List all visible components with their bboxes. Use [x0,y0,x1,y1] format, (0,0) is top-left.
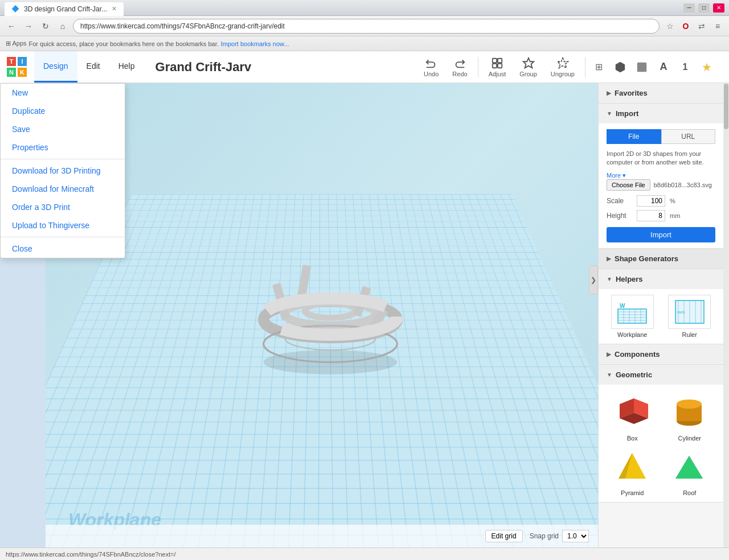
import-section-header[interactable]: ▼ Import [599,104,723,123]
import-button[interactable]: Import [607,227,715,242]
3d-object-container [239,223,421,405]
group-button[interactable]: Group [514,55,543,80]
group-icon [522,57,535,69]
menu-icon[interactable]: ≡ [711,19,724,33]
nav-menu: Design Edit Help [34,51,144,83]
ruler-helper[interactable]: mm Ruler [664,295,716,338]
pyramid-shape-img [611,447,654,487]
import-title: Import [616,109,638,118]
apps-link[interactable]: ⊞ Apps [6,40,27,47]
box-shape-label: Box [627,435,638,442]
bookmarks-text: For quick access, place your bookmarks h… [29,40,219,47]
shape-generators-section: ▶ Shape Generators [599,249,723,269]
import-arrow-icon: ▼ [607,110,612,117]
dropdown-download-3d[interactable]: Download for 3D Printing [1,162,125,180]
app-area: T I N K Design Edit Help [0,51,729,547]
number-icon[interactable]: 1 [677,59,694,76]
svg-marker-4 [523,57,533,67]
svg-rect-1 [498,58,502,62]
shape-roof[interactable]: Roof [664,447,716,496]
cube-icon[interactable] [612,59,629,76]
helpers-arrow-icon: ▼ [607,276,612,282]
shape-pyramid[interactable]: Pyramid [607,447,658,496]
address-bar[interactable]: https://www.tinkercad.com/things/74SFbnA… [73,19,660,34]
browser-toolbar: ← → ↻ ⌂ https://www.tinkercad.com/things… [0,16,729,36]
toolbar-area: Undo Redo Adj [418,55,729,80]
nav-menu-help[interactable]: Help [109,51,144,83]
undo-button[interactable]: Undo [418,55,444,80]
dropdown-save[interactable]: Save [1,120,125,138]
import-section: ▼ Import File URL Import 2D or 3D shapes… [599,104,723,249]
import-tab-file[interactable]: File [607,129,661,144]
import-bookmarks-link[interactable]: Import bookmarks now... [221,40,289,47]
panel-collapse-button[interactable]: ❯ [589,266,598,294]
svg-rect-3 [498,63,502,67]
nav-menu-edit[interactable]: Edit [77,51,109,83]
tinkercad-logo[interactable]: T I N K [0,51,34,83]
ruler-helper-img: mm [668,295,711,329]
redo-button[interactable]: Redo [447,55,473,80]
reload-button[interactable]: ↻ [39,19,52,33]
opera-icon[interactable]: O [679,19,693,33]
snap-grid-select[interactable]: 1.0 0.5 0.1 [562,530,589,542]
scrollbar-thumb[interactable] [724,84,728,129]
browser-tab[interactable]: 🔷 3D design Grand Crift-Jar... ✕ [5,2,124,16]
height-input[interactable] [637,210,665,221]
address-text: https://www.tinkercad.com/things/74SFbnA… [80,22,285,30]
star-button[interactable]: ☆ [663,19,677,33]
dropdown-close[interactable]: Close [1,240,125,258]
pyramid-shape-label: Pyramid [621,489,644,496]
canvas-area[interactable]: Workplane Edit grid Snap grid 1.0 0.5 0.… [46,83,598,547]
forward-button[interactable]: → [22,19,35,33]
maximize-button[interactable]: □ [698,3,710,13]
titlebar-controls: ─ □ ✕ [683,3,724,13]
cylinder-shape-label: Cylinder [678,435,701,442]
components-section-header[interactable]: ▶ Components [599,344,723,364]
solid-cube-icon[interactable] [633,59,650,76]
adjust-button[interactable]: Adjust [483,55,512,80]
tab-close-icon[interactable]: ✕ [112,5,117,13]
ungroup-button[interactable]: Ungroup [545,55,580,80]
dropdown-new[interactable]: New [1,84,125,102]
shapes-grid: Box [607,390,715,496]
close-window-button[interactable]: ✕ [713,3,724,13]
scale-input[interactable] [637,195,665,207]
right-panel-scrollbar[interactable] [723,83,729,547]
geometric-section-header[interactable]: ▼ Geometric [599,365,723,385]
shape-box[interactable]: Box [607,393,658,442]
choose-file-button[interactable]: Choose File [607,179,650,191]
favorites-section-header[interactable]: ▶ Favorites [599,83,723,103]
home-button[interactable]: ⌂ [56,19,69,33]
star-favorite-icon[interactable]: ★ [698,59,715,76]
import-more-link[interactable]: More ▾ [607,172,715,179]
cylinder-svg [671,396,708,430]
workplane-helper[interactable]: W Workplane [607,295,658,338]
nav-menu-design[interactable]: Design [34,51,77,83]
dropdown-download-mc[interactable]: Download for Minecraft [1,180,125,198]
sync-icon[interactable]: ⇄ [695,19,708,33]
dropdown-properties[interactable]: Properties [1,138,125,157]
back-button[interactable]: ← [5,19,18,33]
design-dropdown-menu: New Duplicate Save Properties Download f… [0,83,125,258]
minimize-button[interactable]: ─ [683,3,695,13]
helpers-title: Helpers [616,275,643,283]
roof-shape-label: Roof [683,489,696,496]
svg-marker-5 [558,57,568,67]
adjust-icon [491,57,503,69]
import-tab-url[interactable]: URL [661,129,716,144]
grid-view-icon[interactable]: ⊞ [590,59,607,76]
workplane-preview-svg: W [615,298,649,326]
shape-cylinder[interactable]: Cylinder [664,393,716,442]
helpers-section-header[interactable]: ▼ Helpers [599,269,723,289]
geometric-section: ▼ Geometric [599,365,723,503]
dropdown-order-3d[interactable]: Order a 3D Print [1,198,125,216]
toolbar-divider-1 [478,57,478,77]
svg-rect-2 [493,63,497,67]
dropdown-upload-thing[interactable]: Upload to Thingiverse [1,216,125,234]
ruler-preview-svg: mm [673,298,707,326]
shape-generators-section-header[interactable]: ▶ Shape Generators [599,249,723,269]
dropdown-duplicate[interactable]: Duplicate [1,102,125,120]
browser-statusbar: https://www.tinkercad.com/things/74SFbnA… [0,547,729,560]
text-icon[interactable]: A [655,59,672,76]
edit-grid-button[interactable]: Edit grid [485,530,523,542]
